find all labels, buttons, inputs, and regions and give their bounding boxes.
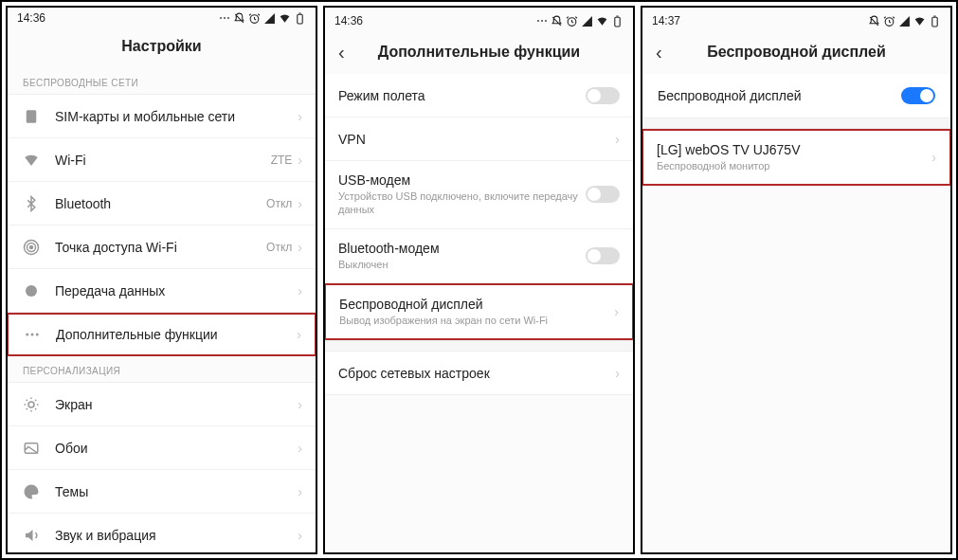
chevron-right-icon: ›: [298, 484, 302, 499]
value: Откл: [266, 197, 292, 210]
alarm-icon: [248, 12, 261, 25]
separator: [325, 340, 633, 352]
section-personalization: ПЕРСОНАЛИЗАЦИЯ: [8, 356, 316, 383]
svg-rect-13: [615, 17, 620, 27]
label: Режим полета: [338, 88, 586, 103]
svg-point-7: [26, 334, 28, 336]
screen-more: 14:36 ⋯ ‹ Дополнительные функции Режим п…: [323, 6, 635, 554]
toggle-airplane[interactable]: [586, 87, 620, 104]
chevron-right-icon: ›: [614, 304, 619, 319]
status-icons: ⋯: [536, 14, 624, 27]
row-cast-toggle[interactable]: Беспроводной дисплей: [642, 74, 950, 117]
row-reset-network[interactable]: Сброс сетевых настроек ›: [325, 352, 633, 395]
battery-icon: [611, 15, 624, 27]
speaker-icon: [21, 527, 42, 544]
more-icon: [22, 326, 43, 343]
bell-off-icon: [233, 12, 245, 25]
status-bar: 14:36 ⋯: [325, 8, 633, 30]
label: Беспроводной дисплей: [658, 88, 901, 103]
clock: 14:36: [17, 11, 45, 25]
chevron-right-icon: ›: [298, 240, 302, 255]
chevron-right-icon: ›: [298, 109, 302, 124]
value: Откл: [266, 241, 292, 254]
list-more: Режим полета VPN › USB-модем Устройство …: [325, 74, 633, 340]
toggle-bt[interactable]: [586, 247, 620, 264]
label: SIM-карты и мобильные сети: [55, 109, 298, 124]
chevron-right-icon: ›: [298, 397, 302, 412]
toggle-usb[interactable]: [586, 186, 620, 203]
screen-wireless-display: 14:37 ‹ Беспроводной дисплей Беспроводно…: [641, 6, 952, 554]
back-button[interactable]: ‹: [656, 42, 662, 63]
palette-icon: [21, 483, 42, 500]
row-sim[interactable]: SIM-карты и мобильные сети ›: [8, 95, 316, 138]
chevron-right-icon: ›: [297, 327, 301, 342]
row-wireless-display[interactable]: Беспроводной дисплей Вывод изображения н…: [324, 283, 634, 340]
alarm-icon: [566, 15, 578, 27]
page-title: Беспроводной дисплей: [656, 44, 937, 61]
signal-icon: [263, 12, 276, 25]
label: Bluetooth-модем: [338, 241, 586, 256]
list-wireless: SIM-карты и мобильные сети › Wi-Fi ZTE ›…: [8, 95, 316, 356]
hotspot-icon: [21, 239, 42, 256]
section-wireless: БЕСПРОВОДНЫЕ СЕТИ: [8, 68, 316, 95]
label: Дополнительные функции: [56, 327, 297, 342]
wifi-icon: [279, 12, 291, 25]
brightness-icon: [21, 396, 42, 413]
label: Bluetooth: [55, 196, 266, 211]
row-bt-tether[interactable]: Bluetooth-модем Выключен: [325, 229, 633, 283]
label: Обои: [55, 441, 298, 456]
chevron-right-icon: ›: [298, 441, 302, 456]
row-themes[interactable]: Темы ›: [8, 470, 316, 514]
battery-icon: [929, 15, 941, 27]
chevron-right-icon: ›: [298, 528, 302, 543]
row-data[interactable]: Передача данных ›: [8, 269, 316, 313]
row-usb-tether[interactable]: USB-модем Устройство USB подключено, вкл…: [325, 161, 633, 229]
label: Передача данных: [55, 283, 298, 298]
label: Сброс сетевых настроек: [338, 366, 615, 381]
label: Wi-Fi: [55, 153, 271, 168]
row-display[interactable]: Экран ›: [8, 383, 316, 426]
more-icon: ⋯: [536, 14, 548, 27]
data-icon: [21, 282, 42, 299]
signal-icon: [898, 15, 911, 27]
clock: 14:36: [334, 14, 363, 27]
svg-rect-15: [932, 17, 937, 27]
wifi-icon: [913, 15, 926, 27]
bluetooth-icon: [21, 195, 42, 212]
chevron-right-icon: ›: [298, 196, 302, 211]
label: Звук и вибрация: [55, 528, 298, 543]
row-device-lg-tv[interactable]: [LG] webOS TV UJ675V Беспроводной монито…: [642, 129, 951, 186]
header: Настройки: [8, 25, 316, 68]
row-wallpaper[interactable]: Обои ›: [8, 426, 316, 470]
sublabel: Вывод изображения на экран по сети Wi-Fi: [339, 314, 614, 327]
chevron-right-icon: ›: [298, 153, 302, 168]
page-title: Дополнительные функции: [338, 44, 620, 61]
chevron-right-icon: ›: [615, 366, 620, 381]
row-wifi[interactable]: Wi-Fi ZTE ›: [8, 138, 316, 182]
list-personalization: Экран › Обои › Темы › Звук и вибрация ›: [8, 383, 316, 554]
value: ZTE: [271, 154, 293, 167]
svg-point-8: [31, 334, 34, 336]
signal-icon: [581, 15, 593, 27]
toggle-wireless-display[interactable]: [901, 87, 935, 104]
separator: [642, 117, 950, 129]
back-button[interactable]: ‹: [338, 42, 345, 63]
more-icon: ⋯: [219, 11, 230, 25]
alarm-icon: [883, 15, 895, 27]
row-sound[interactable]: Звук и вибрация ›: [8, 514, 316, 554]
header: ‹ Дополнительные функции: [325, 30, 633, 74]
row-more[interactable]: Дополнительные функции ›: [7, 313, 316, 356]
row-airplane[interactable]: Режим полета: [325, 74, 633, 117]
row-bluetooth[interactable]: Bluetooth Откл ›: [8, 182, 316, 226]
row-vpn[interactable]: VPN ›: [325, 117, 633, 161]
status-icons: ⋯: [219, 11, 306, 25]
chevron-right-icon: ›: [931, 150, 936, 165]
svg-point-9: [36, 334, 39, 336]
bell-off-icon: [868, 15, 880, 27]
row-hotspot[interactable]: Точка доступа Wi-Fi Откл ›: [8, 226, 316, 269]
label: VPN: [338, 132, 615, 147]
sim-icon: [21, 108, 42, 125]
svg-rect-1: [298, 14, 302, 24]
label: Точка доступа Wi-Fi: [55, 240, 266, 255]
battery-icon: [294, 12, 306, 25]
